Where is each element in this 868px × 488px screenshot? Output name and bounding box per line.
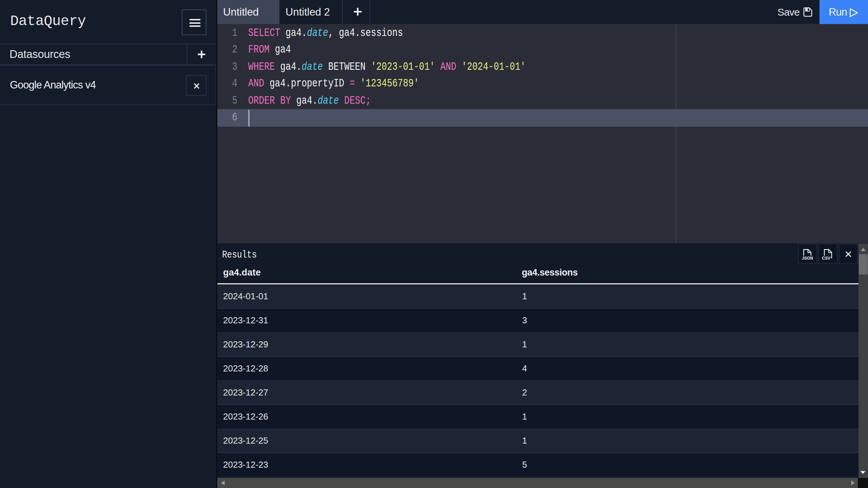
svg-text:CSV: CSV xyxy=(822,256,830,261)
svg-text:JSON: JSON xyxy=(802,256,813,261)
